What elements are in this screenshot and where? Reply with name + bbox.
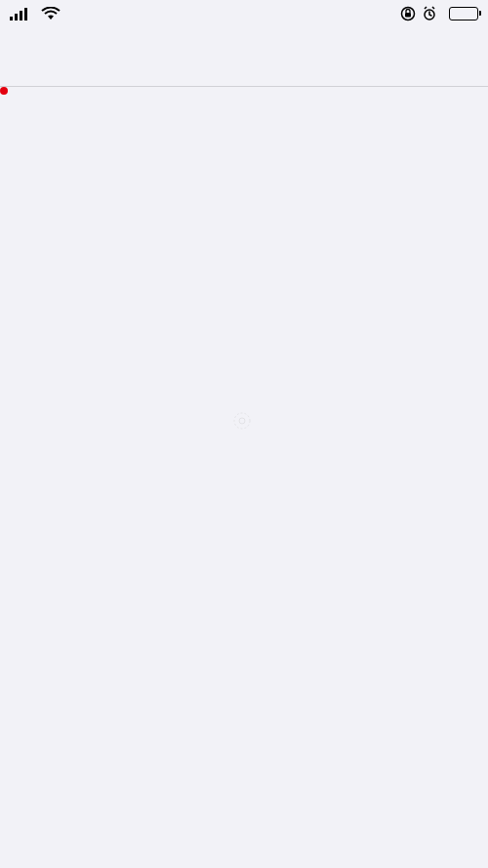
status-bar-left [10, 7, 61, 21]
status-bar-right [400, 6, 478, 21]
nav-bar [0, 27, 488, 86]
orientation-lock-icon [400, 6, 416, 21]
alarm-icon [422, 6, 437, 21]
highlight-annotation [0, 87, 8, 95]
status-bar [0, 0, 488, 27]
svg-point-8 [239, 418, 245, 424]
svg-rect-3 [24, 8, 27, 21]
svg-rect-0 [10, 17, 13, 21]
wifi-icon [41, 7, 61, 21]
screen [0, 0, 488, 868]
nav-divider [0, 86, 488, 87]
svg-point-7 [234, 413, 250, 429]
battery-icon [449, 7, 478, 21]
svg-rect-2 [20, 11, 22, 21]
svg-rect-1 [15, 14, 18, 21]
watermark [231, 410, 257, 432]
svg-rect-5 [405, 13, 411, 18]
cellular-icon [10, 7, 29, 21]
